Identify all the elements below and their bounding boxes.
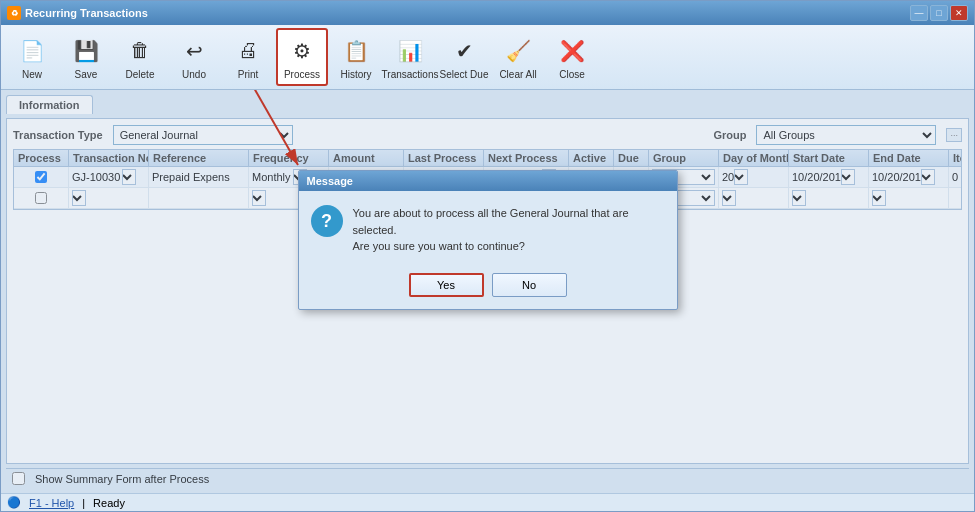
delete-label: Delete	[126, 69, 155, 80]
transactions-label: Transactions	[382, 69, 439, 80]
select-due-button[interactable]: ✔ Select Due	[438, 28, 490, 86]
process-label: Process	[284, 69, 320, 80]
undo-button[interactable]: ↩ Undo	[168, 28, 220, 86]
print-button[interactable]: 🖨 Print	[222, 28, 274, 86]
window-icon: ♻	[7, 6, 21, 20]
close-button[interactable]: ❌ Close	[546, 28, 598, 86]
dialog-title: Message	[299, 171, 677, 191]
delete-icon: 🗑	[124, 35, 156, 67]
message-dialog: Message ? You are about to process all t…	[298, 170, 678, 310]
dialog-buttons: Yes No	[299, 265, 677, 309]
transactions-icon: 📊	[394, 35, 426, 67]
toolbar: 📄 New 💾 Save 🗑 Delete ↩ Undo 🖨 Print ⚙ P…	[1, 25, 974, 90]
process-icon: ⚙	[286, 35, 318, 67]
print-label: Print	[238, 69, 259, 80]
process-button[interactable]: ⚙ Process	[276, 28, 328, 86]
information-panel: Transaction Type General Journal Group A…	[6, 118, 969, 464]
dialog-question-icon: ?	[311, 205, 343, 237]
undo-label: Undo	[182, 69, 206, 80]
transactions-button[interactable]: 📊 Transactions	[384, 28, 436, 86]
content-area: Information Transaction Type General Jou…	[1, 90, 974, 493]
history-button[interactable]: 📋 History	[330, 28, 382, 86]
print-icon: 🖨	[232, 35, 264, 67]
dialog-overlay: Message ? You are about to process all t…	[1, 90, 974, 493]
save-button[interactable]: 💾 Save	[60, 28, 112, 86]
help-icon: 🔵	[7, 496, 21, 509]
minimize-button[interactable]: —	[910, 5, 928, 21]
delete-button[interactable]: 🗑 Delete	[114, 28, 166, 86]
new-icon: 📄	[16, 35, 48, 67]
no-button[interactable]: No	[492, 273, 567, 297]
save-label: Save	[75, 69, 98, 80]
undo-icon: ↩	[178, 35, 210, 67]
window-title: Recurring Transactions	[25, 7, 148, 19]
clear-all-icon: 🧹	[502, 35, 534, 67]
help-link[interactable]: F1 - Help	[29, 497, 74, 509]
status-bar: 🔵 F1 - Help | Ready	[1, 493, 974, 511]
close-icon: ❌	[556, 35, 588, 67]
main-window: ♻ Recurring Transactions — □ ✕ 📄 New 💾 S…	[0, 0, 975, 512]
status-separator: |	[82, 497, 85, 509]
clear-all-button[interactable]: 🧹 Clear All	[492, 28, 544, 86]
select-due-label: Select Due	[440, 69, 489, 80]
title-controls: — □ ✕	[910, 5, 968, 21]
yes-button[interactable]: Yes	[409, 273, 484, 297]
process-arrow	[218, 90, 338, 180]
history-label: History	[340, 69, 371, 80]
dialog-message: You are about to process all the General…	[353, 205, 665, 255]
maximize-button[interactable]: □	[930, 5, 948, 21]
close-window-button[interactable]: ✕	[950, 5, 968, 21]
dialog-body: ? You are about to process all the Gener…	[299, 191, 677, 265]
status-text: Ready	[93, 497, 125, 509]
clear-all-label: Clear All	[499, 69, 536, 80]
close-label: Close	[559, 69, 585, 80]
svg-line-1	[238, 90, 298, 165]
title-bar-left: ♻ Recurring Transactions	[7, 6, 148, 20]
title-bar: ♻ Recurring Transactions — □ ✕	[1, 1, 974, 25]
history-icon: 📋	[340, 35, 372, 67]
select-due-icon: ✔	[448, 35, 480, 67]
new-label: New	[22, 69, 42, 80]
new-button[interactable]: 📄 New	[6, 28, 58, 86]
save-icon: 💾	[70, 35, 102, 67]
